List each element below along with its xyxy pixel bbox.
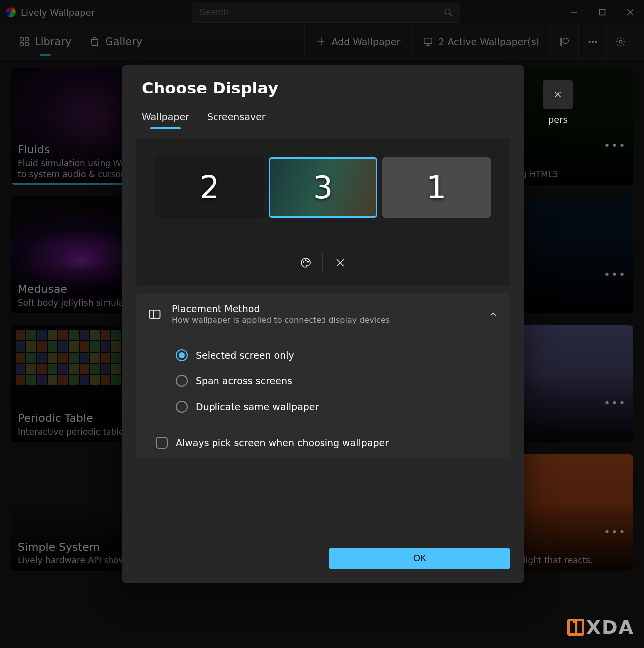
svg-point-22 [305, 260, 306, 261]
svg-point-23 [307, 261, 308, 262]
watermark-text: XDA [586, 616, 634, 638]
checkbox-label: Always pick screen when choosing wallpap… [176, 437, 389, 448]
tab-screensaver[interactable]: Screensaver [207, 111, 266, 129]
radio-span[interactable]: Span across screens [176, 368, 498, 394]
choose-display-modal: Choose Display Wallpaper Screensaver 2 3… [122, 65, 524, 583]
palette-icon [300, 257, 312, 269]
display-1[interactable]: 1 [382, 157, 491, 218]
customize-display-button[interactable] [288, 253, 323, 273]
flyout-close-button[interactable] [543, 80, 573, 109]
placement-subtitle: How wallpaper is applied to connected di… [172, 315, 478, 325]
svg-rect-26 [150, 310, 160, 318]
radio-duplicate[interactable]: Duplicate same wallpaper [176, 394, 498, 420]
radio-label: Selected screen only [196, 350, 294, 361]
close-icon [334, 257, 346, 269]
xda-logo-icon: ] [567, 619, 584, 636]
radio-selected-only[interactable]: Selected screen only [176, 342, 498, 368]
radio-label: Duplicate same wallpaper [196, 401, 319, 412]
chevron-up-icon [488, 309, 498, 319]
checkbox-icon [156, 437, 168, 449]
ok-button[interactable]: OK [329, 548, 510, 569]
display-selector-panel: 2 3 1 [136, 138, 510, 286]
radio-icon [176, 349, 188, 361]
xda-watermark: ] XDA [567, 616, 634, 638]
tab-wallpaper[interactable]: Wallpaper [142, 111, 189, 129]
svg-point-21 [303, 261, 304, 262]
remove-display-button[interactable] [323, 253, 358, 273]
placement-section: Placement Method How wallpaper is applie… [136, 293, 510, 458]
placement-title: Placement Method [172, 303, 478, 314]
radio-icon [176, 375, 188, 387]
layout-icon [148, 307, 162, 321]
close-icon [553, 90, 563, 99]
modal-tabs: Wallpaper Screensaver [122, 102, 524, 129]
display-2[interactable]: 2 [155, 157, 264, 218]
radio-label: Span across screens [196, 375, 292, 386]
radio-icon [176, 401, 188, 413]
checkbox-always-pick[interactable]: Always pick screen when choosing wallpap… [136, 427, 510, 458]
modal-title: Choose Display [142, 79, 504, 97]
placement-header[interactable]: Placement Method How wallpaper is applie… [136, 293, 510, 335]
display-3-selected[interactable]: 3 [269, 157, 377, 218]
flyout-partial-text: pers [548, 114, 568, 125]
